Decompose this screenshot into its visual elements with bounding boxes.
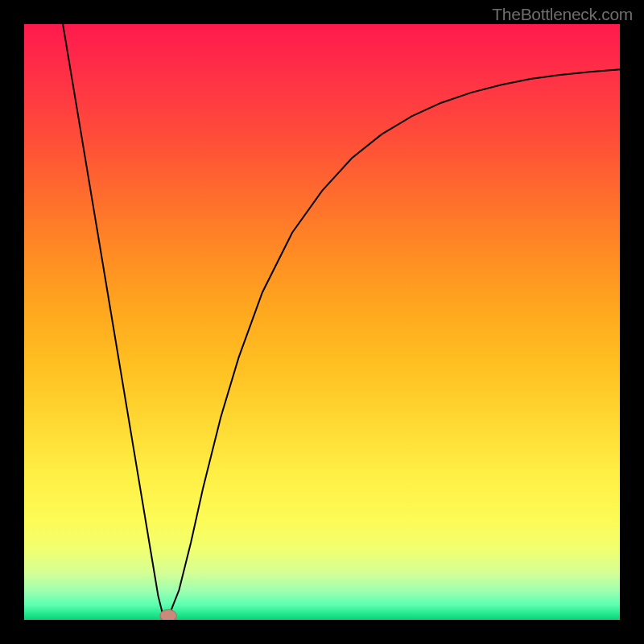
optimum-marker: [160, 609, 177, 620]
plot-area: [24, 24, 620, 620]
bottleneck-curve: [63, 24, 620, 617]
curve-svg: [24, 24, 620, 620]
chart-frame: TheBottleneck.com: [0, 0, 644, 644]
credit-text: TheBottleneck.com: [492, 5, 633, 24]
